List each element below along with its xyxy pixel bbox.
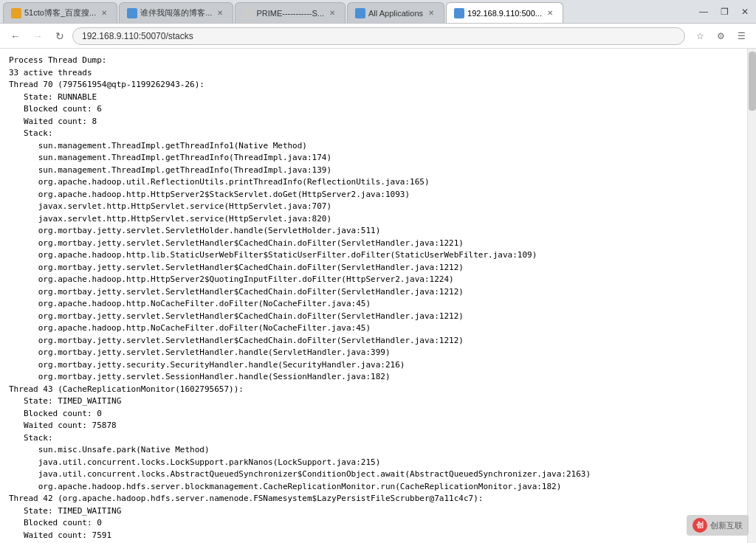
tab-label-tab3: PRIME-----------S... (256, 9, 324, 18)
nav-icons: ☆ ⚙ ☰ (691, 27, 750, 45)
tab-label-tab2: 谁伴我闯落的博客... (140, 7, 212, 18)
tab-label-tab1: 51cto博客_百度搜... (24, 7, 96, 18)
tab-favicon-tab1 (11, 8, 21, 18)
tab-tab3[interactable]: PRIME-----------S...✕ (235, 2, 346, 23)
tab-favicon-tab5 (454, 8, 464, 18)
tab-favicon-tab2 (127, 8, 137, 18)
tab-close-tab2[interactable]: ✕ (215, 8, 225, 18)
maximize-button[interactable]: ❐ (716, 4, 732, 20)
bookmark-star-button[interactable]: ☆ (691, 27, 709, 45)
forward-button[interactable]: → (28, 27, 47, 46)
close-button[interactable]: ✕ (737, 4, 753, 20)
extensions-button[interactable]: ⚙ (712, 27, 729, 45)
tab-label-tab5: 192.168.9.110:500... (467, 9, 542, 18)
minimize-button[interactable]: — (695, 4, 712, 20)
nav-bar: ← → ↻ 192.168.9.110:50070/stacks ☆ ⚙ ☰ (0, 24, 756, 49)
thread-dump-text: Process Thread Dump: 33 active threads T… (9, 55, 738, 543)
tab-close-tab3[interactable]: ✕ (327, 8, 337, 18)
tab-favicon-tab3 (243, 8, 253, 18)
reload-button[interactable]: ↻ (50, 27, 69, 46)
address-bar[interactable]: 192.168.9.110:50070/stacks (72, 27, 685, 45)
window-controls: — ❐ ✕ (695, 4, 753, 20)
tab-tab5[interactable]: 192.168.9.110:500...✕ (446, 2, 563, 23)
watermark: 创 创新互联 (687, 515, 749, 536)
menu-button[interactable]: ☰ (732, 27, 750, 45)
title-bar: 51cto博客_百度搜...✕谁伴我闯落的博客...✕PRIME--------… (0, 0, 756, 24)
watermark-text: 创新互联 (710, 520, 743, 531)
tab-close-tab4[interactable]: ✕ (426, 8, 436, 18)
tab-tab4[interactable]: All Applications✕ (347, 2, 444, 23)
watermark-logo: 创 (693, 518, 707, 533)
tab-label-tab4: All Applications (368, 9, 423, 18)
main-content: Process Thread Dump: 33 active threads T… (0, 49, 747, 543)
tab-tab1[interactable]: 51cto博客_百度搜...✕ (3, 2, 117, 23)
tab-group: 51cto博客_百度搜...✕谁伴我闯落的博客...✕PRIME--------… (3, 0, 690, 23)
tab-close-tab1[interactable]: ✕ (99, 8, 109, 18)
tab-tab2[interactable]: 谁伴我闯落的博客...✕ (119, 2, 233, 23)
back-button[interactable]: ← (6, 27, 25, 46)
tab-favicon-tab4 (355, 8, 365, 18)
content-area: Process Thread Dump: 33 active threads T… (0, 49, 756, 543)
scrollbar-track[interactable] (747, 49, 756, 543)
tab-close-tab5[interactable]: ✕ (545, 8, 555, 18)
url-text: 192.168.9.110:50070/stacks (82, 31, 193, 41)
scrollbar-thumb[interactable] (749, 52, 756, 111)
